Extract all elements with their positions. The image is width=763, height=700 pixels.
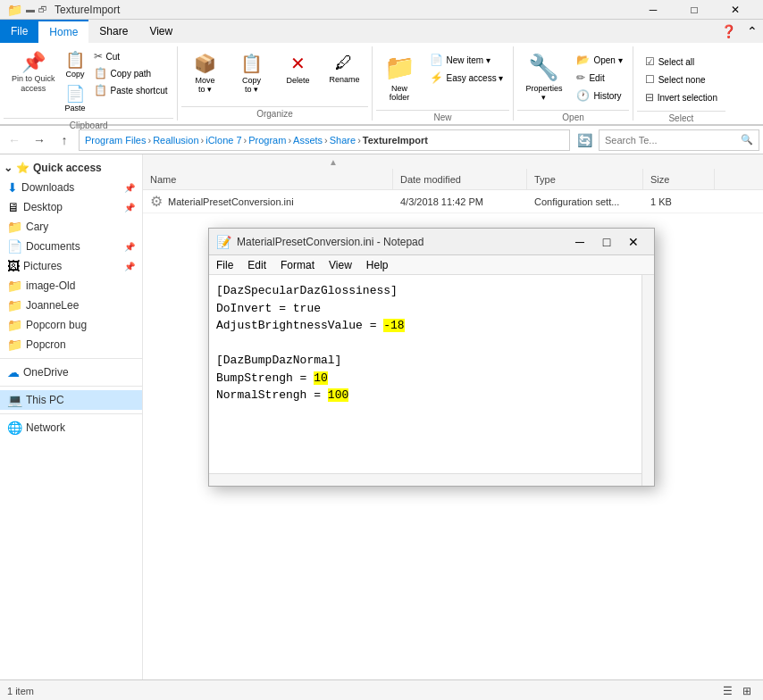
maximize-button[interactable]: □ <box>674 0 715 20</box>
item-count: 1 item <box>7 686 34 696</box>
cut-label: Cut <box>106 52 121 62</box>
paste-shortcut-button[interactable]: 📋 Paste shortcut <box>89 82 172 98</box>
copy-to-button[interactable]: 📋 Copyto ▾ <box>230 48 272 98</box>
list-view-button[interactable]: ☰ <box>718 682 736 700</box>
notepad-maximize-button[interactable]: □ <box>593 229 620 255</box>
breadcrumb-reallusion[interactable]: Reallusion <box>153 135 198 146</box>
breadcrumb-share[interactable]: Share <box>330 135 356 146</box>
sidebar-item-network[interactable]: 🌐 Network <box>0 418 142 438</box>
sidebar-item-onedrive[interactable]: ☁ OneDrive <box>0 362 142 382</box>
open-button[interactable]: 📂 Open ▾ <box>572 52 626 68</box>
sidebar-item-popcron[interactable]: 📁 Popcron <box>0 335 142 354</box>
close-button[interactable]: ✕ <box>715 0 756 20</box>
forward-button[interactable]: → <box>29 129 50 151</box>
copy-path-button[interactable]: 📋 Copy path <box>89 65 172 81</box>
notepad-scrollbar-horizontal[interactable] <box>209 473 641 486</box>
sidebar-desktop-label: Desktop <box>23 201 63 213</box>
breadcrumb-assets[interactable]: Assets <box>293 135 323 146</box>
downloads-pin: 📌 <box>124 183 135 193</box>
new-item-button[interactable]: 📄 New item ▾ <box>425 52 508 68</box>
menu-view[interactable]: View <box>322 257 359 273</box>
sidebar-item-documents[interactable]: 📄 Documents 📌 <box>0 237 142 256</box>
collapse-ribbon-button[interactable]: ⌃ <box>742 20 763 43</box>
tab-file[interactable]: File <box>0 20 38 43</box>
pin-to-quick-access-button[interactable]: 📌 Pin to Quick access <box>5 48 62 98</box>
refresh-button[interactable]: 🔄 <box>574 129 595 151</box>
search-input[interactable] <box>605 135 741 146</box>
open-buttons: 🔧 Properties▾ 📂 Open ▾ ✏ Edit 🕐 History <box>517 46 628 108</box>
col-name[interactable]: Name <box>143 169 393 189</box>
ribbon-group-open: 🔧 Properties▾ 📂 Open ▾ ✏ Edit 🕐 History <box>514 46 633 121</box>
sidebar-quick-access-label: Quick access <box>33 162 102 174</box>
sidebar-item-image-old[interactable]: 📁 image-Old <box>0 276 142 296</box>
notepad-scrollbar-vertical[interactable] <box>641 275 654 473</box>
table-row[interactable]: ⚙ MaterialPresetConversion.ini 4/3/2018 … <box>143 190 763 213</box>
address-bar: ← → ↑ Program Files › Reallusion › iClon… <box>0 126 763 154</box>
title-bar: 📁 ▬ 🗗 TextureImport ─ □ ✕ <box>0 0 763 20</box>
pictures-icon: 🖼 <box>7 259 20 273</box>
new-item-group: 📄 New item ▾ ⚡ Easy access ▾ <box>425 52 508 86</box>
sidebar-item-pictures[interactable]: 🖼 Pictures 📌 <box>0 256 142 276</box>
sidebar-documents-label: Documents <box>26 240 80 253</box>
breadcrumb-textureimport[interactable]: TextureImport <box>363 135 428 146</box>
sidebar-item-joannelee[interactable]: 📁 JoanneLee <box>0 296 142 315</box>
open-icon: 📂 <box>576 54 590 66</box>
rename-label: Rename <box>329 75 359 84</box>
up-button[interactable]: ↑ <box>54 129 75 151</box>
menu-format[interactable]: Format <box>273 257 322 273</box>
easy-access-button[interactable]: ⚡ Easy access ▾ <box>425 70 508 86</box>
delete-button[interactable]: ✕ Delete <box>276 48 319 89</box>
col-date[interactable]: Date modified <box>393 169 527 189</box>
col-type[interactable]: Type <box>527 169 643 189</box>
joannelee-icon: 📁 <box>7 298 22 312</box>
pictures-pin: 📌 <box>124 262 135 271</box>
tab-view[interactable]: View <box>138 20 183 43</box>
cut-button[interactable]: ✂ Cut <box>89 48 172 64</box>
sidebar-item-popcorn-bug[interactable]: 📁 Popcorn bug <box>0 315 142 335</box>
sidebar-item-desktop[interactable]: 🖥 Desktop 📌 <box>0 197 142 217</box>
new-folder-button[interactable]: 📁 Newfolder <box>378 48 422 106</box>
breadcrumb-program-files[interactable]: Program Files <box>85 135 146 146</box>
col-size[interactable]: Size <box>643 169 715 189</box>
back-button[interactable]: ← <box>4 129 25 151</box>
tab-home[interactable]: Home <box>38 20 88 43</box>
history-label: History <box>593 91 621 101</box>
copy-button[interactable]: 📋 Copy <box>63 48 88 80</box>
breadcrumb[interactable]: Program Files › Reallusion › iClone 7 › … <box>79 129 570 151</box>
notepad-minimize-button[interactable]: ─ <box>566 229 593 255</box>
paste-button[interactable]: 📄 Paste <box>63 82 88 114</box>
help-button[interactable]: ❓ <box>716 20 742 43</box>
window-icon: 📁 <box>7 3 22 17</box>
minimize-button[interactable]: ─ <box>633 0 674 20</box>
select-none-button[interactable]: ☐ Select none <box>641 71 722 88</box>
select-none-icon: ☐ <box>645 73 655 86</box>
notepad-text-area[interactable]: [DazSpecularDazGlossiness] DoInvert = tr… <box>209 275 641 473</box>
rename-button[interactable]: 🖊 Rename <box>323 48 365 88</box>
sidebar-item-downloads[interactable]: ⬇ Downloads 📌 <box>0 178 142 197</box>
breadcrumb-program[interactable]: Program <box>248 135 286 146</box>
tab-share[interactable]: Share <box>88 20 138 43</box>
search-box[interactable]: 🔍 <box>599 129 759 151</box>
sidebar-divider-1 <box>0 358 142 359</box>
invert-selection-button[interactable]: ⊟ Invert selection <box>641 89 722 105</box>
properties-button[interactable]: 🔧 Properties▾ <box>519 48 568 106</box>
menu-file[interactable]: File <box>209 257 240 273</box>
menu-edit[interactable]: Edit <box>240 257 273 273</box>
notepad-close-button[interactable]: ✕ <box>620 229 647 255</box>
breadcrumb-iclone[interactable]: iClone 7 <box>205 135 241 146</box>
sidebar-item-cary[interactable]: 📁 Cary <box>0 217 142 237</box>
menu-help[interactable]: Help <box>359 257 396 273</box>
copy-to-icon: 📋 <box>240 53 263 74</box>
file-name-cell: ⚙ MaterialPresetConversion.ini <box>143 193 393 210</box>
sidebar-quick-access-header[interactable]: ⌄ ⭐ Quick access <box>0 158 142 178</box>
pin-icon: 📌 <box>21 53 46 72</box>
sidebar-divider-3 <box>0 413 142 414</box>
edit-button[interactable]: ✏ Edit <box>572 70 626 86</box>
move-to-button[interactable]: 📦 Moveto ▾ <box>183 48 226 98</box>
grid-view-button[interactable]: ⊞ <box>738 682 756 700</box>
select-all-button[interactable]: ☑ Select all <box>641 54 722 70</box>
copy-paste-group: 📋 Copy 📄 Paste <box>63 48 88 114</box>
history-button[interactable]: 🕐 History <box>572 88 626 104</box>
title-restore-icon: 🗗 <box>38 4 47 14</box>
sidebar-item-this-pc[interactable]: 💻 This PC <box>0 390 142 410</box>
